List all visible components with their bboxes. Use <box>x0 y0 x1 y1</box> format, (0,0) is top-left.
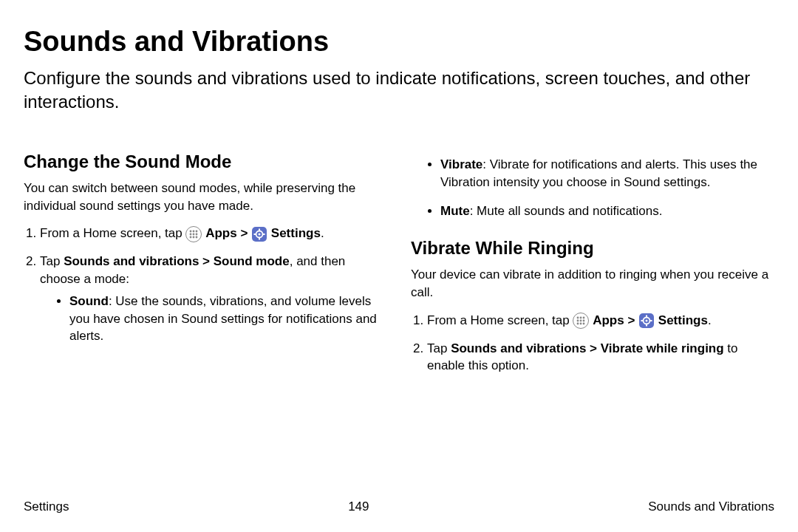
svg-point-7 <box>190 236 192 238</box>
section1-intro: You can switch between sound modes, whil… <box>24 180 387 215</box>
svg-point-18 <box>577 317 579 319</box>
mode-text: : Use the sounds, vibrations, and volume… <box>69 294 377 344</box>
svg-point-2 <box>193 230 195 232</box>
svg-rect-33 <box>650 320 652 321</box>
svg-point-21 <box>577 320 579 322</box>
content-columns: Change the Sound Mode You can switch bet… <box>24 151 774 385</box>
step-end: . <box>321 226 324 240</box>
separator: > <box>624 313 638 327</box>
svg-rect-31 <box>646 324 647 327</box>
footer-right: Sounds and Vibrations <box>648 499 774 514</box>
svg-point-24 <box>577 323 579 325</box>
step-text: Tap <box>427 341 451 355</box>
svg-point-8 <box>193 236 195 238</box>
section2-intro: Your device can vibrate in addition to r… <box>411 266 774 301</box>
svg-point-3 <box>196 230 198 232</box>
gear-icon <box>251 226 267 242</box>
apps-icon <box>573 313 589 329</box>
mode-label: Sound <box>69 294 109 308</box>
svg-point-1 <box>190 230 192 232</box>
section2-steps: From a Home screen, tap Apps > Settings.… <box>411 312 774 375</box>
section-heading-sound-mode: Change the Sound Mode <box>24 151 387 172</box>
svg-point-5 <box>193 233 195 235</box>
section-heading-vibrate-ringing: Vibrate While Ringing <box>411 238 774 259</box>
step-text: Tap <box>40 254 64 268</box>
svg-rect-16 <box>263 233 265 235</box>
list-item: From a Home screen, tap Apps > Settings. <box>40 225 387 242</box>
step-bold: Sounds and vibrations > Vibrate while ri… <box>451 341 724 355</box>
page-title: Sounds and Vibrations <box>24 26 774 58</box>
svg-point-9 <box>196 236 198 238</box>
page-intro: Configure the sounds and vibrations used… <box>24 66 774 115</box>
svg-point-4 <box>190 233 192 235</box>
mode-label: Vibrate <box>440 157 482 171</box>
svg-point-19 <box>580 317 582 319</box>
step-bold: Sounds and vibrations > Sound mode <box>64 254 290 268</box>
list-item: Tap Sounds and vibrations > Vibrate whil… <box>427 340 774 375</box>
step-end: . <box>708 313 712 327</box>
list-item: Tap Sounds and vibrations > Sound mode, … <box>40 253 387 345</box>
mode-list-continued: Vibrate: Vibrate for notifications and a… <box>411 156 774 220</box>
svg-rect-13 <box>259 228 260 231</box>
svg-point-22 <box>580 320 582 322</box>
svg-rect-15 <box>254 233 256 235</box>
svg-point-26 <box>583 323 585 325</box>
apps-label: Apps <box>593 313 624 327</box>
gear-icon <box>638 313 655 329</box>
footer-left: Settings <box>24 499 69 514</box>
left-column: Change the Sound Mode You can switch bet… <box>24 151 387 385</box>
step-text: From a Home screen, tap <box>427 313 573 327</box>
apps-icon <box>185 226 202 242</box>
list-item: From a Home screen, tap Apps > Settings. <box>427 312 774 330</box>
mode-list: Sound: Use the sounds, vibrations, and v… <box>40 293 387 345</box>
svg-point-20 <box>583 317 585 319</box>
list-item: Sound: Use the sounds, vibrations, and v… <box>69 293 387 345</box>
list-item: Mute: Mute all sounds and notifications. <box>440 202 774 220</box>
svg-point-12 <box>259 233 261 235</box>
mode-label: Mute <box>440 204 470 218</box>
list-item: Vibrate: Vibrate for notifications and a… <box>440 156 774 191</box>
settings-label: Settings <box>271 226 321 240</box>
svg-point-29 <box>646 320 648 322</box>
svg-point-25 <box>580 323 582 325</box>
footer-page-number: 149 <box>348 499 369 514</box>
mode-text: : Vibrate for notifications and alerts. … <box>440 157 757 189</box>
apps-label: Apps <box>205 226 237 240</box>
svg-point-23 <box>583 320 585 322</box>
step-text: From a Home screen, tap <box>40 226 185 240</box>
mode-text: : Mute all sounds and notifications. <box>470 204 663 218</box>
svg-point-6 <box>196 233 198 235</box>
page-footer: Settings 149 Sounds and Vibrations <box>24 499 774 514</box>
settings-label: Settings <box>658 313 708 327</box>
svg-rect-30 <box>646 316 647 318</box>
separator: > <box>237 226 251 240</box>
svg-rect-32 <box>641 320 644 321</box>
right-column: Vibrate: Vibrate for notifications and a… <box>411 151 774 385</box>
section1-steps: From a Home screen, tap Apps > Settings.… <box>24 225 387 345</box>
svg-rect-14 <box>259 237 260 239</box>
